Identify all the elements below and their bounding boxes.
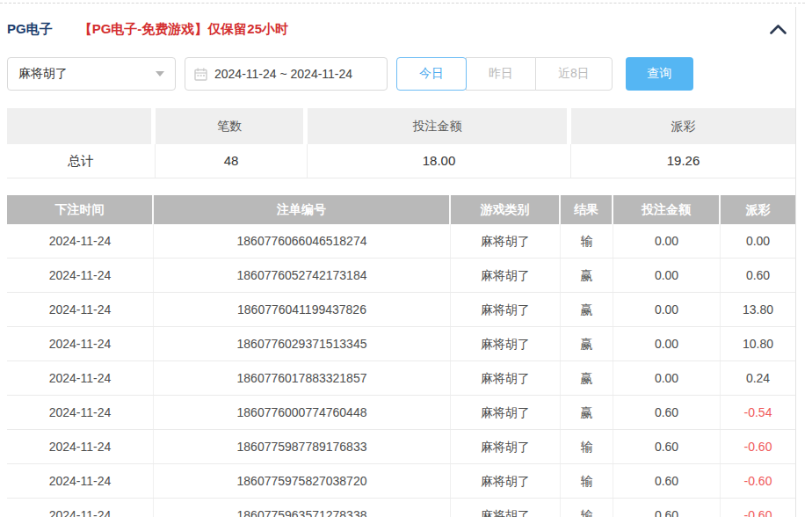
- cell-bet-amount: 0.00: [613, 361, 721, 395]
- header-bet-amount: 投注金额: [613, 195, 721, 224]
- cell-bet-time: 2024-11-24: [7, 327, 154, 360]
- filter-bar: 麻将胡了 2024-11-24 ~ 2024-11-24 今日 昨日 近8日: [7, 57, 795, 91]
- retention-notice: 【PG电子-免费游戏】仅保留25小时: [79, 21, 288, 38]
- cell-bet-id: 1860776017883321857: [154, 361, 451, 395]
- summary-total-label: 总计: [7, 144, 156, 178]
- cell-result: 赢: [561, 396, 613, 429]
- cell-bet-time: 2024-11-24: [7, 396, 154, 429]
- summary-total-row: 总计 48 18.00 19.26: [7, 144, 795, 178]
- search-button[interactable]: 查询: [626, 57, 693, 91]
- cell-game-type: 麻将胡了: [451, 499, 561, 517]
- cell-bet-id: 1860775987789176833: [154, 430, 451, 463]
- cell-bet-amount: 0.60: [613, 464, 721, 498]
- game-select[interactable]: 麻将胡了: [7, 57, 176, 91]
- records-header-row: 下注时间 注单编号 游戏类别 结果 投注金额 派彩: [7, 195, 795, 224]
- table-row: 2024-11-24 1860776066046518274 麻将胡了 输 0.…: [7, 224, 795, 258]
- cell-result: 赢: [561, 361, 613, 395]
- last-8-days-button[interactable]: 近8日: [535, 57, 613, 91]
- quick-range-group: 今日 昨日 近8日: [396, 57, 613, 91]
- cell-bet-amount: 0.00: [613, 224, 721, 258]
- cell-result: 输: [561, 430, 613, 463]
- table-row: 2024-11-24 1860776041199437826 麻将胡了 赢 0.…: [7, 293, 795, 327]
- panel-right-border: [795, 7, 796, 517]
- cell-result: 输: [561, 224, 613, 258]
- cell-payout: -0.60: [721, 499, 795, 517]
- cell-bet-id: 1860776029371513345: [154, 327, 451, 360]
- cell-bet-amount: 0.00: [613, 327, 721, 360]
- table-row: 2024-11-24 1860776052742173184 麻将胡了 赢 0.…: [7, 258, 795, 293]
- date-range-input[interactable]: 2024-11-24 ~ 2024-11-24: [185, 57, 388, 91]
- cell-game-type: 麻将胡了: [451, 430, 561, 463]
- summary-header-count: 笔数: [156, 108, 303, 144]
- cell-payout: 0.60: [721, 258, 795, 292]
- table-row: 2024-11-24 1860776000774760448 麻将胡了 赢 0.…: [7, 396, 795, 430]
- panel-header: PG电子 【PG电子-免费游戏】仅保留25小时: [7, 21, 795, 38]
- cell-bet-id: 1860775963571278338: [154, 499, 451, 517]
- today-button[interactable]: 今日: [396, 57, 467, 91]
- yesterday-button[interactable]: 昨日: [466, 57, 536, 91]
- header-bet-time: 下注时间: [7, 195, 154, 224]
- cell-bet-id: 1860775975827038720: [154, 464, 451, 498]
- header-payout: 派彩: [721, 195, 795, 224]
- table-row: 2024-11-24 1860775963571278338 麻将胡了 输 0.…: [7, 499, 795, 517]
- cell-bet-time: 2024-11-24: [7, 361, 154, 395]
- game-select-value: 麻将胡了: [18, 66, 68, 82]
- cell-game-type: 麻将胡了: [451, 361, 561, 395]
- cell-result: 输: [561, 464, 613, 498]
- cell-payout: -0.54: [721, 396, 795, 429]
- cell-game-type: 麻将胡了: [451, 327, 561, 360]
- summary-total-bet-amount: 18.00: [308, 144, 571, 178]
- header-game-type: 游戏类别: [451, 195, 561, 224]
- header-bet-id: 注单编号: [154, 195, 451, 224]
- summary-table: 笔数 投注金额 派彩 总计 48 18.00 19.26: [7, 108, 795, 178]
- cell-bet-amount: 0.60: [613, 499, 721, 517]
- pg-panel: PG电子 【PG电子-免费游戏】仅保留25小时 麻将胡了: [7, 0, 795, 517]
- cell-payout: 10.80: [721, 327, 795, 360]
- cell-payout: -0.60: [721, 464, 795, 498]
- cell-bet-time: 2024-11-24: [7, 224, 154, 258]
- table-row: 2024-11-24 1860775987789176833 麻将胡了 输 0.…: [7, 430, 795, 464]
- cell-bet-id: 1860776000774760448: [154, 396, 451, 429]
- cell-bet-id: 1860776066046518274: [154, 224, 451, 258]
- cell-game-type: 麻将胡了: [451, 258, 561, 292]
- table-row: 2024-11-24 1860775975827038720 麻将胡了 输 0.…: [7, 464, 795, 499]
- cell-bet-id: 1860776052742173184: [154, 258, 451, 292]
- cell-payout: 0.24: [721, 361, 795, 395]
- cell-bet-id: 1860776041199437826: [154, 293, 451, 326]
- chevron-up-icon: [770, 25, 787, 34]
- cell-bet-time: 2024-11-24: [7, 430, 154, 463]
- summary-header-row: 笔数 投注金额 派彩: [7, 108, 795, 144]
- cell-bet-time: 2024-11-24: [7, 293, 154, 326]
- collapse-panel-button[interactable]: [770, 25, 787, 34]
- cell-game-type: 麻将胡了: [451, 464, 561, 498]
- provider-title: PG电子: [7, 21, 53, 38]
- cell-bet-amount: 0.00: [613, 293, 721, 326]
- table-row: 2024-11-24 1860776017883321857 麻将胡了 赢 0.…: [7, 361, 795, 396]
- summary-header-bet-amount: 投注金额: [308, 108, 567, 144]
- cell-bet-amount: 0.00: [613, 258, 721, 292]
- records-table-body: 2024-11-24 1860776066046518274 麻将胡了 输 0.…: [7, 224, 795, 517]
- cell-bet-time: 2024-11-24: [7, 499, 154, 517]
- cell-bet-amount: 0.60: [613, 396, 721, 429]
- cell-game-type: 麻将胡了: [451, 293, 561, 326]
- table-row: 2024-11-24 1860776029371513345 麻将胡了 赢 0.…: [7, 327, 795, 361]
- cell-result: 赢: [561, 327, 613, 360]
- cell-result: 赢: [561, 293, 613, 326]
- cell-payout: 0.00: [721, 224, 795, 258]
- cell-result: 输: [561, 499, 613, 517]
- cell-result: 赢: [561, 258, 613, 292]
- chevron-down-icon: [156, 71, 164, 76]
- summary-total-payout: 19.26: [571, 144, 795, 178]
- cell-payout: 13.80: [721, 293, 795, 326]
- cell-game-type: 麻将胡了: [451, 224, 561, 258]
- records-table: 下注时间 注单编号 游戏类别 结果 投注金额 派彩 2024-11-24 186…: [7, 195, 795, 517]
- cell-game-type: 麻将胡了: [451, 396, 561, 429]
- calendar-icon: [194, 68, 207, 81]
- cell-bet-time: 2024-11-24: [7, 464, 154, 498]
- header-result: 结果: [561, 195, 613, 224]
- summary-total-count: 48: [156, 144, 308, 178]
- summary-header-blank: [7, 108, 151, 144]
- date-range-value: 2024-11-24 ~ 2024-11-24: [214, 67, 352, 81]
- cell-bet-amount: 0.60: [613, 430, 721, 463]
- summary-header-payout: 派彩: [571, 108, 795, 144]
